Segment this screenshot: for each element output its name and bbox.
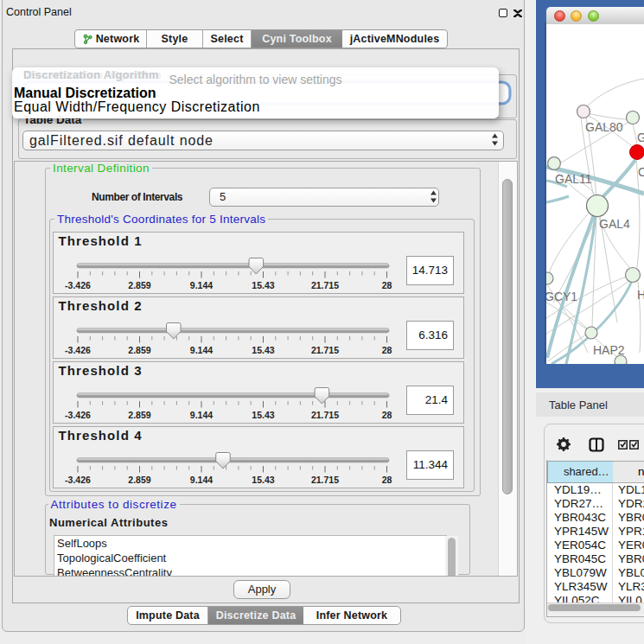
svg-text:2.859: 2.859 [128, 410, 150, 420]
svg-text:9.144: 9.144 [190, 410, 213, 420]
svg-text:21.715: 21.715 [311, 345, 339, 355]
svg-text:2.859: 2.859 [128, 280, 150, 290]
svg-text:21.715: 21.715 [311, 280, 339, 290]
svg-text:GA: GA [637, 131, 644, 144]
svg-text:-3.426: -3.426 [65, 475, 91, 485]
svg-text:9.144: 9.144 [190, 280, 213, 290]
svg-text:-3.426: -3.426 [65, 280, 91, 290]
svg-text:28: 28 [382, 280, 392, 290]
svg-text:15.43: 15.43 [252, 475, 274, 485]
svg-text:-3.426: -3.426 [65, 410, 91, 420]
svg-text:28: 28 [382, 410, 392, 420]
svg-text:HIS4: HIS4 [637, 288, 644, 302]
svg-text:28: 28 [382, 475, 392, 485]
svg-text:28: 28 [382, 345, 392, 355]
svg-text:9.144: 9.144 [190, 475, 213, 485]
svg-text:GAL11: GAL11 [555, 172, 592, 186]
svg-text:2.859: 2.859 [128, 475, 150, 485]
svg-text:21.715: 21.715 [311, 410, 339, 420]
svg-text:CY: CY [638, 165, 644, 179]
svg-text:21.715: 21.715 [311, 475, 339, 485]
svg-text:GAL80: GAL80 [585, 120, 623, 134]
svg-text:-3.426: -3.426 [65, 345, 91, 355]
svg-text:GAL4: GAL4 [599, 217, 630, 231]
svg-text:GCY1: GCY1 [546, 290, 577, 303]
svg-text:15.43: 15.43 [252, 410, 274, 420]
svg-text:15.43: 15.43 [252, 280, 274, 290]
svg-text:15.43: 15.43 [252, 345, 274, 355]
svg-text:HAP2: HAP2 [593, 343, 625, 357]
svg-text:9.144: 9.144 [190, 345, 213, 355]
svg-text:2.859: 2.859 [128, 345, 150, 355]
